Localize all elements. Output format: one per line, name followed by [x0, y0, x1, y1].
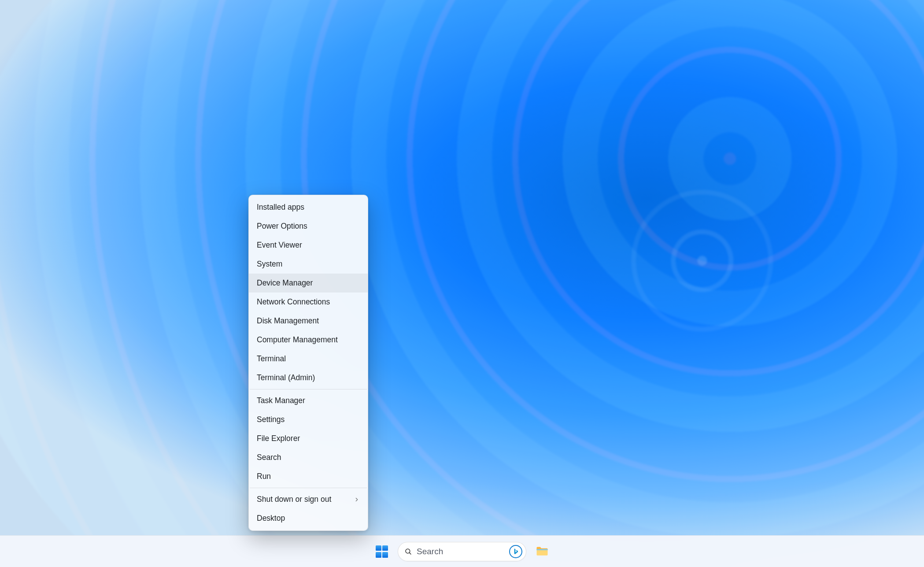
- menu-item-label: Disk Management: [257, 311, 319, 330]
- menu-item-label: Installed apps: [257, 198, 304, 217]
- svg-rect-2: [537, 549, 548, 550]
- winx-item-shut-down-or-sign-out[interactable]: Shut down or sign out: [249, 490, 368, 509]
- menu-item-label: Computer Management: [257, 330, 338, 349]
- winx-item-computer-management[interactable]: Computer Management: [249, 330, 368, 349]
- winx-item-run[interactable]: Run: [249, 467, 368, 486]
- winx-item-search[interactable]: Search: [249, 448, 368, 467]
- bing-icon[interactable]: [509, 545, 522, 558]
- winx-item-terminal[interactable]: Terminal: [249, 349, 368, 368]
- winx-item-event-viewer[interactable]: Event Viewer: [249, 236, 368, 255]
- windows-logo-icon: [376, 545, 388, 558]
- winx-item-terminal-admin[interactable]: Terminal (Admin): [249, 368, 368, 387]
- taskbar: Search: [0, 535, 924, 567]
- start-button[interactable]: [372, 542, 392, 561]
- menu-separator: [250, 389, 367, 389]
- menu-item-label: Power Options: [257, 217, 307, 236]
- winx-item-task-manager[interactable]: Task Manager: [249, 391, 368, 410]
- menu-item-label: Search: [257, 448, 281, 467]
- menu-item-label: Run: [257, 467, 271, 486]
- desktop-wallpaper: [0, 0, 924, 567]
- winx-item-device-manager[interactable]: Device Manager: [249, 274, 368, 293]
- winx-context-menu: Installed appsPower OptionsEvent ViewerS…: [248, 195, 368, 531]
- taskbar-search[interactable]: Search: [398, 542, 526, 561]
- winx-item-power-options[interactable]: Power Options: [249, 217, 368, 236]
- menu-item-label: Settings: [257, 410, 285, 429]
- menu-item-label: Desktop: [257, 509, 285, 528]
- winx-item-network-connections[interactable]: Network Connections: [249, 293, 368, 311]
- search-icon: [404, 548, 412, 556]
- menu-item-label: Terminal (Admin): [257, 368, 315, 387]
- menu-item-label: Network Connections: [257, 293, 330, 311]
- menu-item-label: Terminal: [257, 349, 286, 368]
- svg-line-1: [409, 552, 411, 554]
- winx-item-settings[interactable]: Settings: [249, 410, 368, 429]
- menu-item-label: System: [257, 255, 282, 274]
- winx-item-desktop[interactable]: Desktop: [249, 509, 368, 528]
- menu-item-label: Device Manager: [257, 274, 313, 293]
- menu-separator: [250, 488, 367, 488]
- winx-item-disk-management[interactable]: Disk Management: [249, 311, 368, 330]
- menu-item-label: Shut down or sign out: [257, 490, 331, 509]
- menu-item-label: Task Manager: [257, 391, 305, 410]
- chevron-right-icon: [354, 497, 360, 503]
- winx-item-system[interactable]: System: [249, 255, 368, 274]
- file-explorer-icon: [536, 545, 549, 558]
- menu-item-label: Event Viewer: [257, 236, 302, 255]
- menu-item-label: File Explorer: [257, 429, 300, 448]
- winx-item-installed-apps[interactable]: Installed apps: [249, 198, 368, 217]
- winx-item-file-explorer[interactable]: File Explorer: [249, 429, 368, 448]
- taskbar-pinned-file-explorer[interactable]: [532, 542, 552, 561]
- search-placeholder: Search: [417, 547, 505, 556]
